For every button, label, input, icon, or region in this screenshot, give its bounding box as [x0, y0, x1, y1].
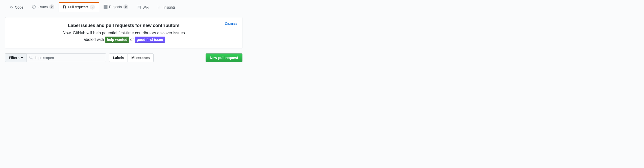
projects-icon	[104, 5, 108, 9]
contributor-labels-banner: Dismiss Label issues and pull requests f…	[5, 17, 242, 48]
search-icon	[29, 56, 33, 60]
tab-label: Code	[15, 5, 23, 9]
milestones-button[interactable]: Milestones	[128, 53, 153, 62]
banner-title: Label issues and pull requests for new c…	[11, 23, 236, 28]
tab-code[interactable]: Code	[5, 3, 28, 12]
tab-label: Insights	[163, 5, 176, 9]
chevron-down-icon	[21, 57, 23, 58]
tab-issues[interactable]: Issues 0	[28, 2, 58, 12]
tab-pull-requests[interactable]: Pull requests 0	[59, 2, 99, 12]
banner-line1: Now, GitHub will help potential first-ti…	[63, 31, 185, 35]
banner-line2-prefix: labeled with	[83, 37, 105, 42]
labels-button[interactable]: Labels	[109, 53, 128, 62]
filters-dropdown-button[interactable]: Filters	[5, 53, 27, 62]
issues-count: 0	[49, 4, 54, 9]
insights-icon	[158, 5, 162, 9]
tab-label: Projects	[109, 5, 122, 9]
dismiss-link[interactable]: Dismiss	[225, 21, 237, 25]
projects-count: 0	[123, 4, 128, 9]
labels-milestones-group: Labels Milestones	[109, 53, 154, 62]
code-icon	[9, 5, 13, 9]
label-help-wanted[interactable]: help wanted	[105, 37, 129, 43]
pull-request-icon	[63, 5, 66, 9]
tab-label: Wiki	[142, 5, 149, 9]
pulls-count: 0	[90, 5, 95, 10]
search-input[interactable]	[27, 53, 106, 62]
filters-label: Filters	[9, 56, 19, 60]
tab-insights[interactable]: Insights	[154, 3, 180, 12]
wiki-icon	[137, 5, 141, 9]
search-wrap	[27, 53, 106, 62]
issues-subnav: Filters Labels Milestones New pull reque…	[5, 53, 242, 62]
banner-line2-mid: or	[129, 37, 135, 42]
banner-body: Now, GitHub will help potential first-ti…	[11, 30, 236, 43]
tab-label: Pull requests	[68, 5, 88, 9]
issues-icon	[32, 5, 36, 9]
tab-projects[interactable]: Projects 0	[99, 2, 133, 12]
repo-tabnav: Code Issues 0 Pull requests 0 Projects 0	[0, 0, 644, 12]
tab-label: Issues	[37, 5, 47, 9]
tab-wiki[interactable]: Wiki	[133, 3, 153, 12]
new-pull-request-button[interactable]: New pull request	[206, 53, 242, 62]
label-good-first-issue[interactable]: good first issue	[135, 37, 165, 43]
filter-search-group: Filters	[5, 53, 106, 62]
